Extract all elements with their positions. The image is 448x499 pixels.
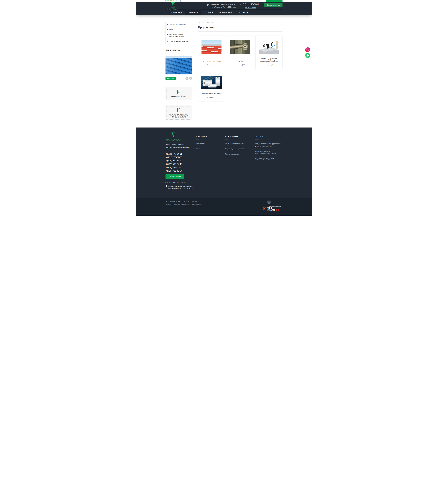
breadcrumb-home-link[interactable]: Главная [198, 22, 204, 24]
footer-link-reviews[interactable]: Отзывы [196, 148, 222, 150]
sidebar-item-dowel[interactable]: › Железнодорожный пластиковый дюбель [165, 32, 192, 39]
nav-item-contacts[interactable]: КОНТАКТЫ [235, 10, 252, 15]
phone-number: 8 (7212) 78-84-01 [243, 3, 259, 5]
footer-phone[interactable]: 8 (701) 255-57-73 [165, 156, 196, 159]
footer-brand-name: ТОО “SPM-25” [165, 139, 181, 141]
footer-address: г. Караганда, Северная промзона учетный … [165, 185, 196, 189]
slider-prev-button[interactable]: ← [186, 77, 188, 80]
footer-email[interactable]: plast788401@mail.ru [165, 182, 196, 183]
sidebar: › Сидения для стадионов › Трубы › Железн… [165, 22, 192, 120]
sitemap-link[interactable]: Карта сайта [192, 204, 201, 205]
cut-pin-icon [180, 0, 181, 2]
our-works-title: НАШИ РАБОТЫ [165, 49, 192, 51]
logo[interactable]: ТОО “SPM-25” [165, 2, 180, 10]
footer-link-other-products[interactable]: Прочая продукция [225, 153, 252, 155]
whatsapp-icon [306, 54, 309, 57]
card-count: Товаров (1) [207, 64, 216, 66]
card-title: Трубы [238, 60, 243, 62]
cut-green-button [266, 0, 283, 2]
pdf-icon [177, 108, 181, 112]
phone-dropdown-caret-icon[interactable]: ▾ [260, 4, 260, 5]
footer-phone[interactable]: 8 (700) 735-43-54 [165, 169, 196, 172]
card-polyethylene[interactable]: Полиэтиленовые изделия Товаров (8) [198, 72, 225, 102]
chevron-down-icon: ▾ [231, 12, 232, 13]
slider-next-button[interactable]: → [189, 77, 192, 80]
card-title: Полиэтиленовые изделия [201, 92, 222, 95]
download-label: СКАЧАТЬ ПРАЙС-ЛИСТ [167, 95, 190, 98]
header-address: г. Караганда, Северная промзона учетный … [207, 2, 236, 8]
works-slider-photo[interactable] [165, 56, 192, 74]
all-photos-button[interactable]: Все фото [165, 77, 176, 80]
location-pin-icon [165, 185, 167, 187]
header-phone[interactable]: 8 (7212) 78-84-01 ▾ [240, 3, 260, 5]
footer-phones: 8 (7212) 78-84-01 8 (701) 255-57-73 8 (7… [165, 152, 196, 172]
footer-column-title: УСЛУГИ [255, 135, 283, 140]
header-phone-block: 8 (7212) 78-84-01 ▾ Заказать звонок [240, 2, 260, 9]
polyethylene-rolls-image [201, 76, 222, 89]
site-header: ТОО “SPM-25” г. Караганда, Северная пром… [136, 2, 312, 15]
pipes-image [230, 40, 250, 54]
developer-name: WEB-MASTER. [267, 207, 276, 211]
footer-phone[interactable]: 8 (7212) 78-84-01 [165, 152, 196, 156]
category-menu: › Сидения для стадионов › Трубы › Железн… [165, 22, 192, 44]
card-pipes[interactable]: Трубы Товаров (42) [227, 35, 254, 69]
location-pin-icon [207, 4, 209, 6]
footer-phone[interactable]: 8 (705) 255-00-70 [165, 166, 196, 169]
footer-column-services: УСЛУГИ Услуги по токарным, фрезерным и р… [255, 135, 283, 189]
site-footer: ТОО “SPM-25” Производство и продажа проч… [136, 127, 312, 216]
footer-link-machining[interactable]: Услуги по токарным, фрезерным и расточны… [255, 142, 282, 147]
page-title: Продукция [198, 26, 283, 29]
footer-phone[interactable]: 8 (701) 562-77-42 [165, 162, 196, 166]
nav-item-portfolio[interactable]: ПОРТФОЛИО▾ [216, 10, 235, 15]
card-count: Товаров (0) [265, 64, 273, 66]
instagram-float-button[interactable] [305, 47, 310, 52]
logo-icon [171, 2, 175, 8]
stadium-seats-image [202, 40, 222, 54]
footer-link-stadium-seats[interactable]: Сиденья для стадионов [225, 148, 252, 150]
breadcrumb: Главная › Каталог [198, 22, 283, 24]
nav-item-catalog[interactable]: КАТАЛОГ▾ [185, 10, 201, 15]
developer-label: Разработка сайта [267, 205, 283, 207]
card-count: Товаров (42) [235, 64, 245, 66]
address-line-2: учетный квартал 018, ст.22Б, н.п.1 [210, 6, 236, 8]
card-stadium-seats[interactable]: Сидения для стадионов Товаров (1) [198, 35, 225, 69]
developer-tld: KZ [276, 209, 279, 211]
category-cards: Сидения для стадионов Товаров (1) Трубы … [198, 35, 283, 102]
chevron-right-icon: › [167, 23, 168, 25]
sidebar-item-polyethylene[interactable]: › Полиэтиленовые изделия [165, 39, 192, 44]
footer-brand-block: ТОО “SPM-25” Производство и продажа проч… [165, 133, 196, 189]
sidebar-item-pipes[interactable]: › Трубы [165, 27, 192, 32]
footer-phone[interactable]: 8 (705) 229-38-19 [165, 159, 196, 162]
phone-icon [240, 3, 242, 5]
rail-dowel-image [259, 40, 279, 54]
chevron-down-icon: ▾ [181, 12, 182, 13]
whatsapp-float-button[interactable] [305, 53, 310, 58]
footer-link-seats-service[interactable]: Сидения для стадионов [255, 157, 282, 160]
logo-icon [171, 133, 175, 138]
footer-column-company: КОМПАНИЯ Портфолио Отзывы [196, 135, 225, 189]
copyright: 2022 ТОО «SPM-25» © Все права защищены [165, 201, 203, 203]
sidebar-item-seats[interactable]: › Сидения для стадионов [165, 22, 192, 27]
order-calculation-button[interactable]: Заказать расчет [264, 3, 283, 7]
callback-link[interactable]: Заказать звонок [245, 6, 256, 9]
download-price-list[interactable]: СКАЧАТЬ ПРАЙС-ЛИСТ [165, 87, 192, 100]
nav-item-about[interactable]: О КОМПАНИИ▾ [165, 10, 185, 15]
footer-link-pe-pipes[interactable]: Трубы полиэтиленовые [225, 142, 252, 145]
cut-logo-text: ТОО “SPM-25” [165, 0, 177, 1]
footer-logo[interactable]: ТОО “SPM-25” [165, 133, 181, 141]
pdf-icon [177, 89, 181, 94]
address-line-1: г. Караганда, Северная промзона [210, 4, 236, 6]
main-content: Главная › Каталог Продукция Сидения для … [198, 22, 283, 120]
download-price-pnd[interactable]: СКАЧАТЬ ПРАЙС НА ПНД ТРУБЫ 2022.XLSX [165, 105, 192, 120]
card-rail-dowel[interactable]: Железнодорожный пластиковый дюбель Товар… [255, 35, 283, 69]
download-label: СКАЧАТЬ ПРАЙС НА ПНД ТРУБЫ 2022.XLSX [167, 114, 190, 118]
footer-bottom-bar: 2022 ТОО «SPM-25» © Все права защищены П… [136, 198, 312, 216]
divider [198, 31, 283, 32]
footer-link-portfolio[interactable]: Портфолио [196, 142, 222, 145]
nav-item-services[interactable]: УСЛУГИ▾ [201, 10, 216, 15]
privacy-policy-link[interactable]: Политика конфиденциальности [165, 204, 189, 205]
developer-logo[interactable]: Разработка сайта WEB-MASTER.KZ [263, 205, 283, 211]
footer-link-pe-pp-pipes[interactable]: Полиэтиленовые и полипропиленовые трубы [255, 150, 282, 155]
instagram-icon[interactable] [267, 200, 271, 204]
footer-callback-button[interactable]: Заказать звонок [165, 174, 184, 179]
